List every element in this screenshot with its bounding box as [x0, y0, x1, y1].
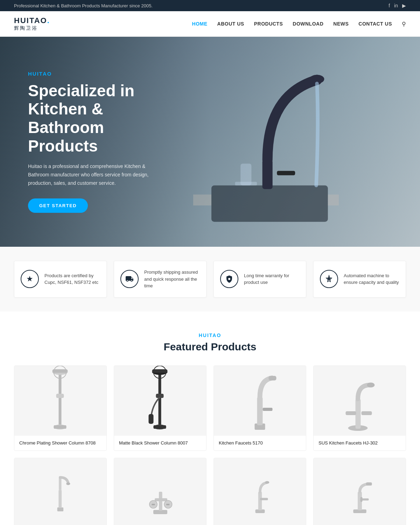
products-section: HUITAO Featured Products: [0, 312, 420, 525]
svg-rect-17: [159, 373, 161, 427]
product-image-3: [214, 366, 306, 436]
feature-card-2: Promptly shipping assured and quick resp…: [114, 261, 206, 298]
nav-home[interactable]: HOME: [192, 21, 208, 27]
svg-rect-13: [56, 394, 64, 398]
svg-point-36: [66, 482, 70, 485]
product-image-4: [314, 366, 406, 436]
logo-en: HUITAO.: [14, 16, 50, 25]
svg-rect-23: [154, 425, 166, 429]
products-grid-row2: [14, 458, 406, 525]
svg-rect-39: [155, 498, 167, 501]
product-card-8[interactable]: [313, 458, 406, 525]
svg-rect-12: [52, 369, 68, 373]
svg-point-31: [367, 383, 375, 387]
svg-rect-30: [356, 399, 361, 429]
nav-products[interactable]: PRODUCTS: [254, 21, 283, 27]
svg-point-8: [228, 278, 230, 280]
svg-rect-19: [152, 369, 168, 373]
product-image-6: [114, 458, 206, 525]
top-bar: Professional Kitchen & Bathroom Products…: [0, 0, 420, 11]
top-bar-tagline: Professional Kitchen & Bathroom Products…: [14, 3, 153, 8]
shipping-icon: [120, 270, 139, 288]
svg-rect-0: [211, 186, 328, 222]
feature-card-3: Long time warranty for product use: [214, 261, 306, 298]
product-card-3[interactable]: Kitchen Faucets 5170: [214, 365, 306, 451]
product-card-1[interactable]: Chrome Plating Shower Column 8708: [14, 365, 107, 451]
quality-icon: [320, 270, 338, 288]
products-section-title: Featured Products: [14, 341, 406, 353]
products-section-tag: HUITAO: [14, 332, 406, 338]
svg-rect-52: [360, 497, 362, 502]
hero-description: Huitao is a professional and comprehensi…: [28, 162, 161, 187]
svg-rect-35: [58, 490, 62, 507]
product-name-1: Chrome Plating Shower Column 8708: [14, 436, 106, 450]
product-image-1: [14, 366, 106, 436]
nav-about[interactable]: ABOUT US: [217, 21, 244, 27]
facebook-icon[interactable]: f: [388, 3, 390, 8]
feature-card-4: Automated machine to ensure capacity and…: [313, 261, 406, 298]
get-started-button[interactable]: GET STARTED: [28, 198, 88, 213]
svg-rect-43: [166, 504, 169, 505]
nav-contact[interactable]: CONTACT US: [358, 21, 392, 27]
product-name-3: Kitchen Faucets 5170: [214, 436, 306, 450]
certified-icon: ★: [21, 270, 39, 288]
linkedin-icon[interactable]: in: [394, 3, 398, 8]
product-image-8: [314, 458, 406, 525]
product-image-2: [114, 366, 206, 436]
social-icons: f in ▶: [388, 3, 406, 8]
product-card-7[interactable]: [214, 458, 306, 525]
svg-rect-21: [149, 414, 154, 424]
hero-section: HUITAO Specialized in Kitchen & Bathroom…: [0, 37, 420, 247]
nav-download[interactable]: DOWNLOAD: [293, 21, 323, 27]
product-name-4: SUS Kitchen Faucets HJ-302: [314, 436, 406, 450]
svg-rect-26: [257, 397, 263, 425]
svg-rect-45: [258, 492, 262, 510]
svg-point-46: [265, 481, 269, 484]
svg-rect-50: [366, 482, 372, 485]
nav-news[interactable]: NEWS: [333, 21, 349, 27]
hero-title: Specialized in Kitchen & Bathroom Produc…: [28, 82, 168, 156]
site-header: HUITAO. 辉陶卫浴 HOME ABOUT US PRODUCTS DOWN…: [0, 11, 420, 37]
youtube-icon[interactable]: ▶: [402, 3, 406, 8]
svg-rect-10: [59, 373, 62, 427]
feature-text-3: Long time warranty for product use: [244, 272, 300, 286]
search-icon[interactable]: ⚲: [402, 21, 406, 27]
svg-rect-28: [263, 408, 273, 411]
svg-rect-47: [260, 498, 268, 500]
svg-rect-15: [54, 425, 66, 429]
svg-rect-32: [346, 411, 356, 415]
product-image-5: [14, 458, 106, 525]
main-nav: HOME ABOUT US PRODUCTS DOWNLOAD NEWS CON…: [192, 21, 406, 27]
svg-rect-7: [235, 182, 257, 185]
logo[interactable]: HUITAO. 辉陶卫浴: [14, 16, 50, 31]
hero-faucet-illustration: [175, 37, 357, 247]
product-card-6[interactable]: [114, 458, 206, 525]
product-card-5[interactable]: [14, 458, 107, 525]
product-image-7: [214, 458, 306, 525]
feature-text-4: Automated machine to ensure capacity and…: [344, 272, 399, 286]
warranty-icon: [220, 270, 238, 288]
hero-brand-label: HUITAO: [28, 71, 168, 77]
product-name-2: Matte Black Shower Column 8007: [114, 436, 206, 450]
svg-marker-9: [327, 276, 331, 281]
feature-text-1: Products are certified by Cupc, NSF61, N…: [44, 272, 100, 286]
products-grid-row1: Chrome Plating Shower Column 8708 Ma: [14, 365, 406, 451]
product-card-4[interactable]: SUS Kitchen Faucets HJ-302: [313, 365, 406, 451]
product-card-2[interactable]: Matte Black Shower Column 8007: [114, 365, 206, 451]
products-header: HUITAO Featured Products: [14, 332, 406, 353]
svg-rect-3: [277, 171, 295, 175]
feature-text-2: Promptly shipping assured and quick resp…: [144, 269, 200, 289]
logo-zh: 辉陶卫浴: [14, 25, 50, 31]
svg-rect-33: [362, 411, 372, 415]
svg-rect-42: [152, 504, 155, 505]
svg-rect-27: [269, 376, 276, 380]
svg-rect-5: [328, 195, 339, 205]
features-section: ★ Products are certified by Cupc, NSF61,…: [0, 247, 420, 312]
feature-card-1: ★ Products are certified by Cupc, NSF61,…: [14, 261, 107, 298]
svg-rect-34: [57, 507, 63, 511]
hero-content: HUITAO Specialized in Kitchen & Bathroom…: [0, 71, 196, 213]
